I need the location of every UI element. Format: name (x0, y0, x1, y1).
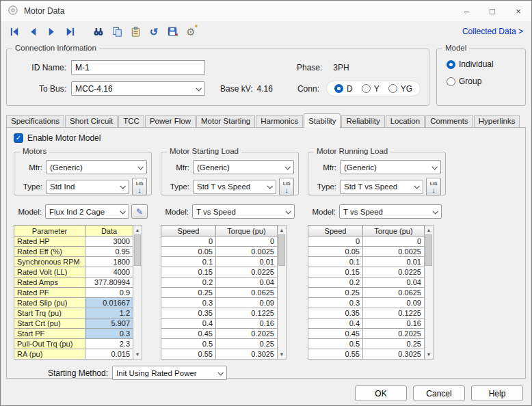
value-cell[interactable]: 0.0625 (363, 288, 425, 298)
value-cell[interactable]: 0.16 (216, 319, 278, 329)
model-radio-individual[interactable]: Individual (447, 59, 525, 69)
value-cell[interactable]: 0.04 (363, 278, 425, 288)
value-cell[interactable]: 0.16 (363, 319, 425, 329)
value-cell[interactable]: 0.3 (308, 298, 363, 308)
scroll-down-button[interactable]: ▼ (278, 350, 286, 359)
tab-motor-starting[interactable]: Motor Starting (196, 115, 255, 127)
value-cell[interactable]: 2.3 (85, 339, 133, 349)
value-cell[interactable]: 0.25 (161, 288, 216, 298)
value-cell[interactable]: 0.3025 (363, 349, 425, 360)
collected-data-link[interactable]: Collected Data > (462, 27, 523, 36)
starting-load-type-select[interactable]: Std T vs Speed (193, 180, 276, 194)
starting-load-mfr-select[interactable]: (Generic) (193, 160, 294, 174)
value-cell[interactable]: 0.0225 (216, 267, 278, 278)
tab-hyperlinks[interactable]: Hyperlinks (474, 115, 520, 127)
value-cell[interactable]: 0.9 (85, 288, 133, 298)
value-cell[interactable]: 0.45 (161, 329, 216, 339)
enable-motor-model-checkbox[interactable]: ✓ (14, 133, 23, 143)
close-button[interactable]: × (505, 1, 531, 21)
value-cell[interactable]: 0.95 (85, 247, 133, 257)
value-cell[interactable]: 0.55 (308, 349, 363, 360)
help-button[interactable]: Help (471, 385, 523, 401)
tab-reliability[interactable]: Reliability (341, 115, 384, 127)
next-record-button[interactable] (44, 25, 58, 38)
last-record-button[interactable] (63, 25, 77, 38)
scroll-down-button[interactable]: ▼ (133, 350, 142, 359)
value-cell[interactable]: 0.0225 (363, 267, 425, 278)
value-cell[interactable]: 0.0625 (216, 288, 278, 298)
previous-record-button[interactable] (26, 25, 40, 38)
value-cell[interactable]: 0.25 (216, 339, 278, 349)
running-load-model-select[interactable]: T vs Speed (339, 204, 442, 219)
value-cell[interactable]: 0 (363, 236, 425, 247)
tab-comments[interactable]: Comments (425, 115, 473, 127)
value-cell[interactable]: 0.35 (161, 308, 216, 319)
value-cell[interactable]: 0.01 (216, 257, 278, 267)
value-cell[interactable]: 0.25 (363, 339, 425, 349)
tab-stability[interactable]: Stability (304, 113, 341, 128)
scroll-thumb[interactable] (278, 234, 285, 266)
running-load-mfr-select[interactable]: (Generic) (340, 160, 441, 174)
value-cell[interactable]: 0.25 (308, 288, 363, 298)
value-cell[interactable]: 0.5 (308, 339, 363, 349)
running-load-type-select[interactable]: Std T vs Speed (340, 180, 423, 194)
scroll-thumb[interactable] (425, 234, 432, 266)
value-cell[interactable]: 0.2 (308, 278, 363, 288)
first-record-button[interactable] (8, 25, 21, 38)
find-button[interactable] (92, 25, 105, 38)
minimize-button[interactable]: – (453, 1, 479, 21)
cancel-button[interactable]: Cancel (413, 385, 465, 401)
value-cell[interactable]: 0.3 (85, 329, 133, 339)
value-cell[interactable]: 0.09 (216, 298, 278, 308)
scroll-down-button[interactable]: ▼ (425, 350, 433, 359)
value-cell[interactable]: 0.09 (363, 298, 425, 308)
value-cell[interactable]: 1.2 (85, 308, 133, 319)
value-cell[interactable]: 5.907 (85, 319, 133, 329)
titlebar[interactable]: Motor Data – □ × (1, 1, 531, 21)
motors-type-select[interactable]: Std Ind (46, 180, 129, 194)
tab-harmonics[interactable]: Harmonics (256, 115, 303, 127)
paste-button[interactable] (129, 25, 142, 38)
value-cell[interactable]: 0.55 (161, 349, 216, 360)
tab-short-circuit[interactable]: Short Circuit (65, 115, 118, 127)
starting-method-select[interactable]: Init Using Rated Power (112, 366, 227, 380)
value-cell[interactable]: 0.2025 (216, 329, 278, 339)
tab-location[interactable]: Location (386, 115, 425, 127)
scroll-up-button[interactable]: ▲ (133, 226, 142, 234)
value-cell[interactable]: 0.05 (161, 247, 216, 257)
table-scrollbar[interactable]: ▲ ▼ (133, 225, 142, 360)
value-cell[interactable]: 0.45 (308, 329, 363, 339)
motors-model-select[interactable]: Flux Ind 2 Cage (45, 204, 129, 219)
value-cell[interactable]: 0.3 (161, 298, 216, 308)
edit-model-button[interactable]: ✎ (131, 204, 148, 219)
value-cell[interactable]: 0.1225 (363, 308, 425, 319)
table-scrollbar[interactable]: ▲ ▼ (278, 225, 287, 360)
conn-radio-wye[interactable]: Y (362, 84, 380, 94)
tab-specifications[interactable]: Specifications (6, 115, 64, 127)
value-cell[interactable]: 0.04 (216, 278, 278, 288)
value-cell[interactable]: 3000 (85, 236, 133, 247)
value-cell[interactable]: 0 (216, 236, 278, 247)
value-cell[interactable]: 0.1 (161, 257, 216, 267)
value-cell[interactable]: 0.01 (363, 257, 425, 267)
tab-power-flow[interactable]: Power Flow (145, 115, 196, 127)
conn-radio-wye-ground[interactable]: YG (388, 84, 412, 94)
value-cell[interactable]: 0.5 (161, 339, 216, 349)
starting-load-model-select[interactable]: T vs Speed (192, 204, 295, 219)
options-button[interactable]: ⚙ * (184, 25, 198, 38)
model-radio-group[interactable]: Group (447, 77, 525, 86)
motors-library-button[interactable]: Lib ↓ (132, 178, 147, 195)
id-name-input[interactable] (71, 60, 205, 75)
scroll-up-button[interactable]: ▲ (278, 226, 286, 234)
table-scrollbar[interactable]: ▲ ▼ (425, 225, 434, 360)
value-cell[interactable]: 0.015 (85, 349, 133, 360)
conn-radio-delta[interactable]: D (334, 84, 353, 94)
value-cell[interactable]: 4000 (85, 267, 133, 278)
scroll-thumb[interactable] (134, 234, 141, 266)
value-cell[interactable]: 0.1225 (216, 308, 278, 319)
value-cell[interactable]: 0.0025 (363, 247, 425, 257)
value-cell[interactable]: 0.05 (308, 247, 363, 257)
value-cell[interactable]: 0.1 (308, 257, 363, 267)
scroll-up-button[interactable]: ▲ (425, 226, 433, 234)
value-cell[interactable]: 0.2 (161, 278, 216, 288)
